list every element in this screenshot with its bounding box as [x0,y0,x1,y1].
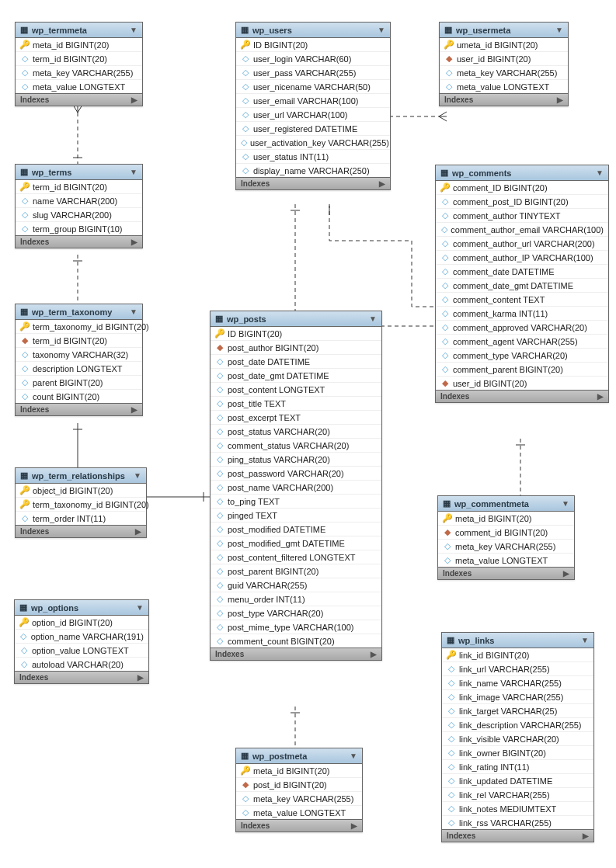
column-row[interactable]: ◇meta_value LONGTEXT [440,80,568,93]
column-row[interactable]: ◇meta_value LONGTEXT [16,80,142,93]
table-terms[interactable]: ▦wp_terms▼🔑term_id BIGINT(20)◇name VARCH… [15,164,143,248]
column-row[interactable]: ◇user_pass VARCHAR(255) [236,66,390,80]
expand-icon[interactable]: ▶ [597,392,604,401]
expand-icon[interactable]: ▶ [135,527,141,536]
column-row[interactable]: ◇guid VARCHAR(255) [211,578,381,592]
table-header[interactable]: ▦wp_links▼ [442,633,593,648]
column-row[interactable]: ◆post_id BIGINT(20) [236,778,362,792]
column-row[interactable]: ◇comment_post_ID BIGINT(20) [436,195,608,209]
table-header[interactable]: ▦wp_posts▼ [211,311,381,327]
collapse-icon[interactable]: ▼ [136,603,144,612]
column-row[interactable]: ◇user_activation_key VARCHAR(255) [236,136,390,150]
column-row[interactable]: ◇term_group BIGINT(10) [16,222,142,235]
column-row[interactable]: ◇link_url VARCHAR(255) [442,662,593,676]
column-row[interactable]: ◇comment_author TINYTEXT [436,209,608,223]
collapse-icon[interactable]: ▼ [378,26,385,34]
column-row[interactable]: 🔑term_id BIGINT(20) [16,180,142,194]
table-links[interactable]: ▦wp_links▼🔑link_id BIGINT(20)◇link_url V… [441,632,594,842]
column-row[interactable]: ◇user_nicename VARCHAR(50) [236,80,390,94]
column-row[interactable]: ◇term_order INT(11) [16,512,146,525]
column-row[interactable]: 🔑object_id BIGINT(20) [16,484,146,498]
column-row[interactable]: ◇autoload VARCHAR(20) [15,658,148,671]
expand-icon[interactable]: ▶ [371,650,377,658]
table-options[interactable]: ▦wp_options▼🔑option_id BIGINT(20)◇option… [14,599,149,684]
column-row[interactable]: ◇post_excerpt TEXT [211,411,381,425]
table-footer-indexes[interactable]: Indexes▶ [438,567,574,579]
column-row[interactable]: ◇comment_date_gmt DATETIME [436,279,608,293]
column-row[interactable]: ◆user_id BIGINT(20) [440,52,568,66]
expand-icon[interactable]: ▶ [379,179,385,188]
column-row[interactable]: ◇comment_karma INT(11) [436,307,608,321]
table-usermeta[interactable]: ▦wp_usermeta▼🔑umeta_id BIGINT(20)◆user_i… [439,22,569,106]
table-term_rel[interactable]: ▦wp_term_relationships▼🔑object_id BIGINT… [15,467,147,538]
column-row[interactable]: ◇taxonomy VARCHAR(32) [16,348,142,362]
column-row[interactable]: ◇post_date_gmt DATETIME [211,369,381,383]
column-row[interactable]: 🔑link_id BIGINT(20) [442,648,593,662]
table-footer-indexes[interactable]: Indexes▶ [16,235,142,248]
column-row[interactable]: ◆comment_id BIGINT(20) [438,526,574,540]
column-row[interactable]: ◆term_id BIGINT(20) [16,334,142,348]
collapse-icon[interactable]: ▼ [130,26,137,34]
column-row[interactable]: 🔑term_taxonomy_id BIGINT(20) [16,320,142,334]
expand-icon[interactable]: ▶ [583,832,589,840]
table-header[interactable]: ▦wp_options▼ [15,600,148,616]
column-row[interactable]: 🔑meta_id BIGINT(20) [438,512,574,526]
column-row[interactable]: ◇ping_status VARCHAR(20) [211,453,381,467]
column-row[interactable]: ◆user_id BIGINT(20) [436,377,608,390]
collapse-icon[interactable]: ▼ [134,471,141,480]
column-row[interactable]: ◇user_status INT(11) [236,150,390,164]
column-row[interactable]: ◇option_name VARCHAR(191) [15,630,148,644]
column-row[interactable]: ◇description LONGTEXT [16,362,142,376]
table-footer-indexes[interactable]: Indexes▶ [15,671,148,683]
table-footer-indexes[interactable]: Indexes▶ [16,403,142,415]
column-row[interactable]: 🔑meta_id BIGINT(20) [16,38,142,52]
collapse-icon[interactable]: ▼ [369,314,377,323]
column-row[interactable]: ◇name VARCHAR(200) [16,194,142,208]
column-row[interactable]: ◇comment_parent BIGINT(20) [436,363,608,377]
column-row[interactable]: ◇comment_count BIGINT(20) [211,634,381,648]
collapse-icon[interactable]: ▼ [596,168,604,177]
table-header[interactable]: ▦wp_term_taxonomy▼ [16,304,142,320]
column-row[interactable]: ◇comment_author_IP VARCHAR(100) [436,251,608,265]
table-comments[interactable]: ▦wp_comments▼🔑comment_ID BIGINT(20)◇comm… [435,165,609,403]
column-row[interactable]: ◇link_updated DATETIME [442,774,593,788]
collapse-icon[interactable]: ▼ [581,636,589,644]
column-row[interactable]: ◇link_target VARCHAR(25) [442,704,593,718]
expand-icon[interactable]: ▶ [351,821,357,830]
table-footer-indexes[interactable]: Indexes▶ [211,648,381,660]
column-row[interactable]: ◇user_login VARCHAR(60) [236,52,390,66]
table-posts[interactable]: ▦wp_posts▼🔑ID BIGINT(20)◆post_author BIG… [210,311,382,661]
column-row[interactable]: ◇display_name VARCHAR(250) [236,164,390,177]
table-header[interactable]: ▦wp_usermeta▼ [440,23,568,38]
column-row[interactable]: ◆post_author BIGINT(20) [211,341,381,355]
column-row[interactable]: 🔑comment_ID BIGINT(20) [436,181,608,195]
column-row[interactable]: ◇term_id BIGINT(20) [16,52,142,66]
column-row[interactable]: ◇post_type VARCHAR(20) [211,606,381,620]
table-footer-indexes[interactable]: Indexes▶ [16,525,146,537]
column-row[interactable]: ◇user_url VARCHAR(100) [236,108,390,122]
table-footer-indexes[interactable]: Indexes▶ [16,93,142,106]
table-footer-indexes[interactable]: Indexes▶ [440,93,568,106]
column-row[interactable]: ◇link_rss VARCHAR(255) [442,816,593,829]
table-termmeta[interactable]: ▦wp_termmeta▼🔑meta_id BIGINT(20)◇term_id… [15,22,143,106]
table-footer-indexes[interactable]: Indexes▶ [236,819,362,832]
column-row[interactable]: ◇post_date DATETIME [211,355,381,369]
column-row[interactable]: 🔑term_taxonomy_id BIGINT(20) [16,498,146,512]
table-header[interactable]: ▦wp_commentmeta▼ [438,496,574,512]
column-row[interactable]: ◇post_title TEXT [211,397,381,411]
column-row[interactable]: ◇post_parent BIGINT(20) [211,564,381,578]
column-row[interactable]: ◇post_mime_type VARCHAR(100) [211,620,381,634]
table-commentmeta[interactable]: ▦wp_commentmeta▼🔑meta_id BIGINT(20)◆comm… [437,495,575,580]
column-row[interactable]: ◇user_registered DATETIME [236,122,390,136]
column-row[interactable]: ◇link_name VARCHAR(255) [442,676,593,690]
column-row[interactable]: ◇link_rel VARCHAR(255) [442,788,593,802]
table-footer-indexes[interactable]: Indexes▶ [442,829,593,842]
column-row[interactable]: ◇post_status VARCHAR(20) [211,425,381,439]
column-row[interactable]: ◇link_image VARCHAR(255) [442,690,593,704]
column-row[interactable]: 🔑umeta_id BIGINT(20) [440,38,568,52]
column-row[interactable]: ◇meta_value LONGTEXT [236,806,362,819]
expand-icon[interactable]: ▶ [137,673,144,682]
table-header[interactable]: ▦wp_term_relationships▼ [16,468,146,484]
column-row[interactable]: ◇user_email VARCHAR(100) [236,94,390,108]
table-header[interactable]: ▦wp_comments▼ [436,165,608,181]
